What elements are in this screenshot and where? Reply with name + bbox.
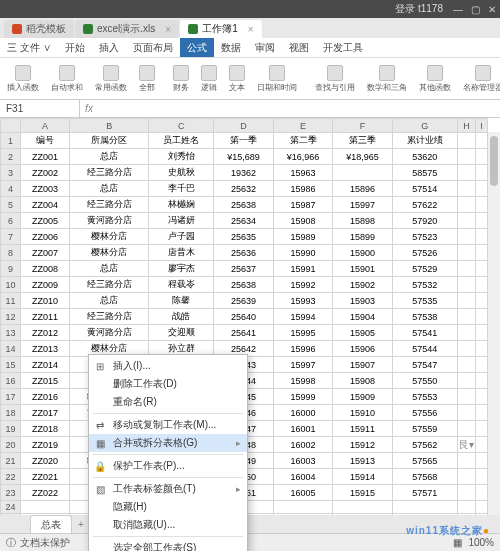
column-header[interactable]: E [273, 119, 333, 133]
cell[interactable] [457, 421, 475, 437]
cell[interactable] [457, 309, 475, 325]
cell[interactable] [476, 373, 488, 389]
cell[interactable]: 卢子园 [149, 229, 214, 245]
cell[interactable]: ZZ010 [21, 293, 70, 309]
close-icon[interactable]: ✕ [488, 4, 496, 15]
cell[interactable] [476, 293, 488, 309]
cell[interactable] [476, 341, 488, 357]
cell[interactable]: 唐昔木 [149, 245, 214, 261]
cell[interactable] [476, 277, 488, 293]
menu-item[interactable]: 视图 [282, 38, 316, 57]
cell[interactable]: 57568 [392, 469, 457, 485]
cell[interactable] [457, 133, 475, 149]
row-header[interactable]: 8 [1, 245, 21, 261]
cell[interactable]: ¥16,966 [273, 149, 333, 165]
menu-item[interactable]: 审阅 [248, 38, 282, 57]
context-menu-item[interactable]: 隐藏(H) [89, 498, 247, 516]
ribbon-button[interactable]: 自动求和 [48, 65, 86, 93]
ribbon-button[interactable]: 插入函数 [4, 65, 42, 93]
menu-item[interactable]: 三 文件 ∨ [0, 38, 58, 57]
cell[interactable]: ZZ003 [21, 181, 70, 197]
row-header[interactable]: 2 [1, 149, 21, 165]
cell[interactable] [457, 293, 475, 309]
ribbon-button[interactable]: 查找与引用 [312, 65, 358, 93]
cell[interactable]: 刘秀怡 [149, 149, 214, 165]
ribbon-button[interactable]: 日期和时间 [254, 65, 300, 93]
file-tab[interactable]: excel演示.xls× [75, 20, 179, 38]
cell[interactable]: 15987 [273, 197, 333, 213]
cell[interactable]: 15903 [333, 293, 393, 309]
cell[interactable]: 15990 [273, 245, 333, 261]
column-header[interactable]: I [476, 119, 488, 133]
context-menu-item[interactable]: ▧工作表标签颜色(T)▸ [89, 480, 247, 498]
cell[interactable]: 15902 [333, 277, 393, 293]
cell[interactable] [457, 213, 475, 229]
column-header[interactable]: H [457, 119, 475, 133]
row-header[interactable]: 9 [1, 261, 21, 277]
cell[interactable]: 15998 [273, 373, 333, 389]
cell[interactable]: 15912 [333, 437, 393, 453]
cell[interactable]: 25632 [214, 181, 274, 197]
cell[interactable]: ¥18,965 [333, 149, 393, 165]
cell[interactable]: 25636 [214, 245, 274, 261]
cell[interactable] [476, 309, 488, 325]
cell[interactable]: 57550 [392, 373, 457, 389]
menu-item[interactable]: 公式 [180, 38, 214, 57]
cell[interactable] [476, 181, 488, 197]
cell[interactable] [457, 389, 475, 405]
cell[interactable]: 15899 [333, 229, 393, 245]
cell[interactable]: 15997 [273, 357, 333, 373]
maximize-icon[interactable]: ▢ [471, 4, 480, 15]
column-header[interactable]: D [214, 119, 274, 133]
cell[interactable]: 15963 [273, 165, 333, 181]
cell[interactable]: ¥15,689 [214, 149, 274, 165]
cell[interactable] [457, 469, 475, 485]
vertical-scrollbar[interactable] [488, 132, 500, 515]
cell[interactable]: 15989 [273, 229, 333, 245]
select-all-cell[interactable] [1, 119, 21, 133]
cell[interactable] [457, 485, 475, 501]
cell[interactable] [333, 501, 393, 514]
ribbon-button[interactable]: 其他函数 [416, 65, 454, 93]
menu-item[interactable]: 开始 [58, 38, 92, 57]
cell[interactable] [457, 325, 475, 341]
cell[interactable]: 16002 [273, 437, 333, 453]
cell[interactable]: 57541 [392, 325, 457, 341]
cell[interactable]: ZZ019 [21, 437, 70, 453]
column-header[interactable]: A [21, 119, 70, 133]
cell[interactable]: 经三路分店 [70, 197, 149, 213]
cell[interactable]: 员工姓名 [149, 133, 214, 149]
cell[interactable] [476, 261, 488, 277]
cell[interactable]: ZZ007 [21, 245, 70, 261]
cell[interactable]: 57562 [392, 437, 457, 453]
file-tab[interactable]: 稻壳模板 [4, 20, 74, 38]
ribbon-button[interactable]: 财务 [170, 65, 192, 93]
cell[interactable]: 李千巴 [149, 181, 214, 197]
cell[interactable] [457, 405, 475, 421]
cell[interactable]: 57538 [392, 309, 457, 325]
cell[interactable] [476, 133, 488, 149]
context-menu-item[interactable]: 取消隐藏(U)... [89, 516, 247, 534]
name-box[interactable]: F31 [0, 100, 80, 117]
cell[interactable]: 58575 [392, 165, 457, 181]
cell[interactable] [476, 197, 488, 213]
cell[interactable]: 程载岺 [149, 277, 214, 293]
cell[interactable]: ZZ021 [21, 469, 70, 485]
cell[interactable]: 15991 [273, 261, 333, 277]
cell[interactable]: ZZ002 [21, 165, 70, 181]
row-header[interactable]: 6 [1, 213, 21, 229]
add-sheet-icon[interactable]: + [78, 519, 84, 530]
ribbon-button[interactable]: 全部 [136, 65, 158, 93]
cell[interactable]: 57622 [392, 197, 457, 213]
cell[interactable]: 15913 [333, 453, 393, 469]
row-header[interactable]: 16 [1, 373, 21, 389]
cell[interactable]: 经三路分店 [70, 277, 149, 293]
scrollbar-thumb[interactable] [490, 136, 498, 186]
cell[interactable]: 15992 [273, 277, 333, 293]
cell[interactable]: ZZ005 [21, 213, 70, 229]
row-header[interactable]: 5 [1, 197, 21, 213]
close-tab-icon[interactable]: × [165, 24, 171, 35]
cell[interactable] [476, 389, 488, 405]
cell[interactable]: 累计业绩 [392, 133, 457, 149]
cell[interactable]: 57535 [392, 293, 457, 309]
